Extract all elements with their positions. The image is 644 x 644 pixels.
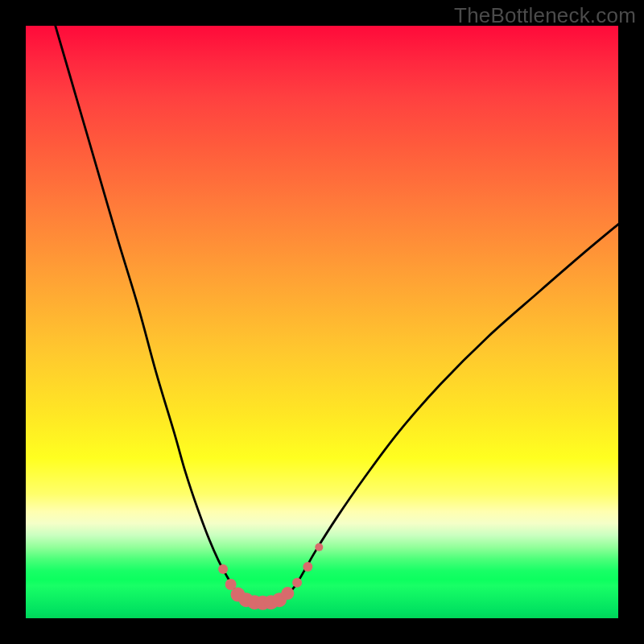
curve-path (56, 26, 618, 602)
data-marker (303, 562, 312, 572)
data-marker (315, 543, 323, 551)
data-marker (218, 564, 228, 574)
curve-layer (26, 26, 618, 618)
data-marker (292, 578, 302, 588)
curve-markers (218, 543, 323, 610)
watermark-text: TheBottleneck.com (454, 3, 636, 28)
plot-area (26, 26, 618, 618)
bottleneck-curve (56, 26, 618, 602)
data-marker (281, 587, 294, 600)
chart-frame: TheBottleneck.com (0, 0, 644, 644)
